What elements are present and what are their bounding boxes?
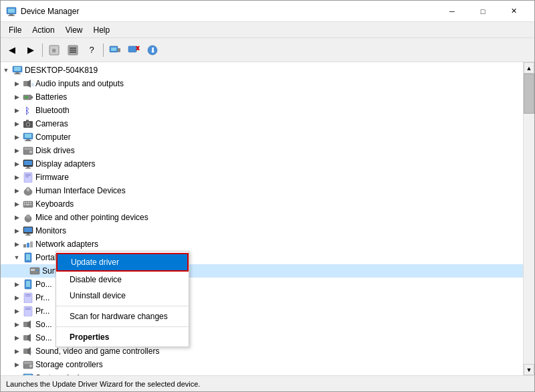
computer-expand-icon[interactable]: ▶ bbox=[11, 130, 22, 144]
toolbar-forward[interactable]: ▶ bbox=[22, 41, 39, 59]
menu-help[interactable]: Help bbox=[88, 24, 116, 36]
display-expand-icon[interactable]: ▶ bbox=[11, 157, 22, 171]
hid-expand-icon[interactable]: ▶ bbox=[11, 184, 22, 197]
svg-rect-45 bbox=[25, 174, 31, 175]
svg-rect-21 bbox=[14, 74, 21, 74]
audio-expand-icon[interactable]: ▶ bbox=[11, 77, 22, 90]
toolbar-help[interactable]: ? bbox=[83, 41, 100, 59]
window-controls: ─ □ ✕ bbox=[437, 1, 529, 22]
toolbar-back[interactable]: ◀ bbox=[3, 41, 21, 59]
keyboards-icon bbox=[22, 198, 34, 210]
toolbar-sep-1 bbox=[42, 43, 43, 57]
po1-expand-icon[interactable]: ▶ bbox=[11, 278, 22, 291]
svg-rect-36 bbox=[25, 140, 31, 141]
svg-rect-65 bbox=[25, 235, 31, 235]
toolbar-uninstall[interactable] bbox=[125, 41, 142, 59]
tree-item-hid[interactable]: ▶ Human Interface Devices bbox=[1, 184, 523, 197]
tree-item-keyboards[interactable]: ▶ Keyboards bbox=[1, 197, 523, 211]
po1-icon bbox=[22, 278, 34, 290]
close-button[interactable]: ✕ bbox=[498, 1, 529, 22]
network-label: Network adapters bbox=[35, 239, 98, 249]
cameras-expand-icon[interactable]: ▶ bbox=[11, 117, 22, 130]
context-menu-properties[interactable]: Properties bbox=[56, 329, 189, 345]
toolbar-sep-2 bbox=[103, 43, 104, 57]
scrollbar-thumb[interactable] bbox=[524, 74, 534, 114]
toolbar-scan[interactable] bbox=[106, 41, 124, 59]
system-icon bbox=[22, 372, 34, 375]
context-menu-scan-hardware[interactable]: Scan for hardware changes bbox=[56, 308, 189, 324]
keyboards-label: Keyboards bbox=[35, 199, 74, 209]
svg-rect-47 bbox=[25, 177, 29, 177]
batteries-expand-icon[interactable]: ▶ bbox=[11, 90, 22, 104]
svg-rect-3 bbox=[8, 15, 15, 16]
audio-label: Audio inputs and outputs bbox=[35, 79, 124, 88]
toolbar-add[interactable]: ⬇ bbox=[144, 41, 161, 59]
firmware-icon bbox=[22, 171, 34, 183]
menu-action[interactable]: Action bbox=[27, 24, 60, 36]
tree-view[interactable]: ▼ DESKTOP-504K819 ▶ )))) Audio inputs an… bbox=[1, 62, 523, 375]
po1-label: Po... bbox=[35, 280, 52, 289]
tree-item-computer[interactable]: ▶ Computer bbox=[1, 130, 523, 144]
menu-view[interactable]: View bbox=[60, 24, 88, 36]
minimize-button[interactable]: ─ bbox=[437, 1, 467, 22]
svg-rect-35 bbox=[26, 139, 30, 140]
so1-expand-icon[interactable]: ▶ bbox=[11, 318, 22, 331]
tree-item-audio[interactable]: ▶ )))) Audio inputs and outputs bbox=[1, 77, 523, 90]
context-menu-disable-device[interactable]: Disable device bbox=[56, 272, 189, 288]
tree-item-monitors[interactable]: ▶ Monitors bbox=[1, 224, 523, 237]
storage-expand-icon[interactable]: ▶ bbox=[11, 358, 22, 371]
tree-item-network[interactable]: ▶ Network adapters bbox=[1, 237, 523, 251]
svg-rect-70 bbox=[26, 254, 30, 260]
toolbar-properties[interactable]: ≡ bbox=[45, 41, 63, 59]
svg-rect-19 bbox=[14, 67, 21, 71]
tree-item-display[interactable]: ▶ Display adapters bbox=[1, 157, 523, 171]
svg-rect-68 bbox=[30, 241, 33, 248]
status-text: Launches the Update Driver Wizard for th… bbox=[6, 380, 200, 388]
svg-rect-12 bbox=[118, 48, 120, 52]
system-expand-icon[interactable]: ▶ bbox=[11, 371, 22, 375]
mice-expand-icon[interactable]: ▶ bbox=[11, 211, 22, 224]
scrollbar-down[interactable]: ▼ bbox=[524, 364, 534, 375]
so2-expand-icon[interactable]: ▶ bbox=[11, 331, 22, 345]
tree-root[interactable]: ▼ DESKTOP-504K819 bbox=[1, 64, 523, 77]
svg-rect-55 bbox=[30, 202, 31, 203]
scrollbar-track[interactable] bbox=[524, 74, 534, 364]
toolbar: ◀ ▶ ≡ ? ⬇ bbox=[1, 38, 534, 62]
tree-item-mice[interactable]: ▶ Mice and other pointing devices bbox=[1, 211, 523, 224]
root-expand-icon[interactable]: ▼ bbox=[1, 64, 11, 77]
monitors-expand-icon[interactable]: ▶ bbox=[11, 224, 22, 237]
network-expand-icon[interactable]: ▶ bbox=[11, 237, 22, 251]
tree-item-firmware[interactable]: ▶ Firmware bbox=[1, 171, 523, 184]
firmware-expand-icon[interactable]: ▶ bbox=[11, 171, 22, 184]
tree-item-batteries[interactable]: ▶ Batteries bbox=[1, 90, 523, 104]
toolbar-settings[interactable] bbox=[64, 41, 82, 59]
tree-item-system[interactable]: ▶ System devices bbox=[1, 371, 523, 375]
svg-marker-89 bbox=[27, 347, 31, 355]
disk-expand-icon[interactable]: ▶ bbox=[11, 144, 22, 157]
scrollbar-up[interactable]: ▲ bbox=[524, 62, 534, 74]
computer-label: Computer bbox=[35, 132, 71, 142]
bluetooth-label: Bluetooth bbox=[35, 106, 70, 115]
tree-item-bluetooth[interactable]: ▶ ᛒ Bluetooth bbox=[1, 104, 523, 117]
context-menu-update-driver[interactable]: Update driver bbox=[56, 253, 189, 272]
maximize-button[interactable]: □ bbox=[467, 1, 498, 22]
context-menu: Update driver Disable device Uninstall d… bbox=[56, 251, 189, 347]
menu-file[interactable]: File bbox=[3, 24, 27, 36]
storage-icon bbox=[22, 359, 34, 371]
sound-expand-icon[interactable]: ▶ bbox=[11, 345, 22, 358]
tree-item-disk[interactable]: ▶ Disk drives bbox=[1, 144, 523, 157]
svg-marker-85 bbox=[27, 320, 31, 328]
pr1-expand-icon[interactable]: ▶ bbox=[11, 291, 22, 304]
tree-item-cameras[interactable]: ▶ Cameras bbox=[1, 117, 523, 130]
bluetooth-expand-icon[interactable]: ▶ bbox=[11, 104, 22, 117]
svg-point-39 bbox=[29, 151, 32, 153]
svg-text:⬇: ⬇ bbox=[150, 46, 156, 54]
pr2-expand-icon[interactable]: ▶ bbox=[11, 304, 22, 318]
keyboards-expand-icon[interactable]: ▶ bbox=[11, 197, 22, 211]
portable-expand-icon[interactable]: ▼ bbox=[11, 251, 22, 264]
tree-item-storage[interactable]: ▶ Storage controllers bbox=[1, 358, 523, 371]
svg-rect-54 bbox=[28, 202, 29, 203]
so2-icon bbox=[22, 332, 34, 344]
scrollbar[interactable]: ▲ ▼ bbox=[523, 62, 534, 375]
context-menu-uninstall-device[interactable]: Uninstall device bbox=[56, 288, 189, 304]
